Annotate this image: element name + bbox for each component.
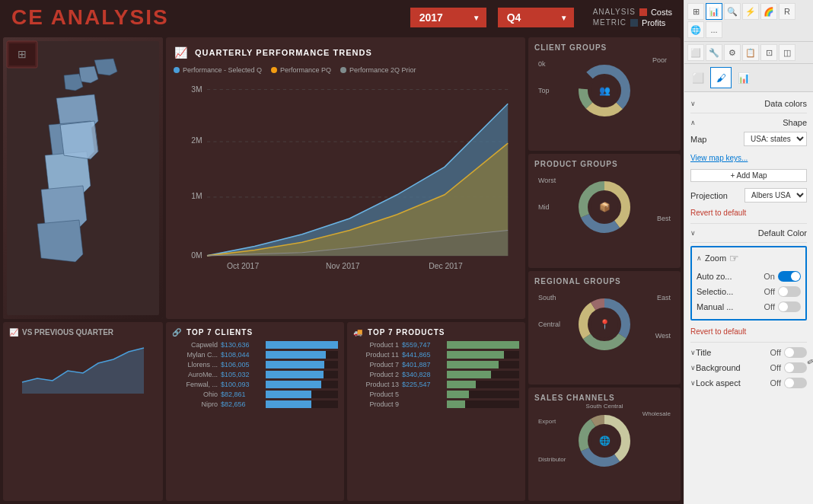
background-row: ∨ Background Off ✏: [690, 360, 807, 375]
product-bar-1: [447, 341, 519, 349]
map-label: Map: [690, 135, 706, 144]
product-bar-fill-7: [447, 400, 465, 408]
year-dropdown-wrapper: 2017 2016 2018: [410, 8, 486, 27]
manual-knob: [779, 302, 788, 311]
toolbar-btn-6[interactable]: R: [779, 3, 795, 20]
tb2-6[interactable]: ◫: [779, 44, 795, 61]
regional-label-west: West: [655, 332, 671, 340]
client-donut-svg: 👥: [574, 60, 635, 121]
client-bar-fill-5: [266, 381, 321, 388]
right-section: CLIENT GROUPS Poor Top 0k 👥: [528, 37, 681, 501]
panel-tabs: ⬜ 🖌 📊: [684, 64, 813, 92]
client-bar-fill-7: [266, 400, 311, 408]
client-name-2: Mylan C...: [172, 351, 218, 359]
selection-toggle[interactable]: [778, 286, 801, 297]
clients-row-6: Ohio $82,861: [172, 391, 338, 398]
tab-fields[interactable]: ⬜: [687, 67, 709, 88]
background-value: Off: [770, 363, 781, 372]
zoom-title: Zoom: [705, 254, 726, 263]
lock-aspect-row: ∨ Lock aspect Off: [690, 375, 807, 391]
clients-row-1: Capweld $130,636: [172, 341, 338, 349]
shape-chevron: ∧: [690, 119, 696, 126]
auto-zoom-toggle[interactable]: [778, 271, 801, 282]
toolbar-btn-5[interactable]: 🌈: [760, 3, 777, 20]
dashboard: CE ANALYSIS 2017 2016 2018 Q4 Q1 Q2 Q3: [0, 0, 684, 504]
data-colors-chevron: ∨: [690, 100, 696, 107]
background-toggle[interactable]: ✏: [784, 362, 807, 373]
sales-label-export: Export: [538, 418, 556, 425]
projection-select[interactable]: Albers USA: [744, 188, 807, 203]
toolbar-btn-8[interactable]: ...: [706, 21, 722, 38]
tab-format[interactable]: 🖌: [710, 67, 732, 88]
auto-zoom-knob: [791, 272, 800, 281]
product-value-4: $340,828: [402, 371, 444, 378]
tb2-4[interactable]: 📋: [742, 44, 759, 61]
page-title: CE ANALYSIS: [11, 5, 169, 30]
title-label: Title: [696, 348, 711, 357]
revert-default-link[interactable]: Revert to default: [690, 207, 807, 219]
tb2-5[interactable]: ⊡: [760, 44, 777, 61]
client-name-4: AuroMe...: [172, 371, 218, 378]
quarter-dropdown[interactable]: Q4 Q1 Q2 Q3: [498, 8, 574, 27]
tab-analytics[interactable]: 📊: [733, 67, 754, 88]
map-row: Map USA: states: [690, 129, 807, 148]
tb2-1[interactable]: ⬜: [687, 44, 704, 61]
divider-3: [690, 242, 807, 243]
svg-text:📦: 📦: [599, 201, 611, 212]
toolbar-btn-4[interactable]: ⚡: [742, 3, 759, 20]
auto-zoom-value: On: [764, 272, 775, 281]
zoom-title-row: ∧ Zoom ☞: [697, 252, 801, 264]
toolbar-btn-3[interactable]: 🔍: [724, 3, 741, 20]
product-name-3: Product 7: [353, 361, 399, 368]
toolbar-btn-7[interactable]: 🌐: [687, 21, 704, 38]
shape-header[interactable]: ∧ Shape: [690, 116, 807, 129]
tb2-2[interactable]: 🔧: [706, 44, 722, 61]
year-dropdown[interactable]: 2017 2016 2018: [410, 8, 486, 27]
top-products-title: 🚚 TOP 7 PRODUCTS: [353, 328, 519, 337]
client-name-6: Ohio: [172, 391, 218, 398]
svg-marker-8: [37, 220, 83, 262]
lock-aspect-toggle[interactable]: [784, 378, 807, 388]
lock-aspect-toggle-group: Off: [770, 378, 807, 388]
add-map-row: + Add Map: [690, 165, 807, 186]
pencil-icon: ✏: [805, 355, 813, 368]
map-select[interactable]: USA: states: [744, 132, 807, 146]
products-row-2: Product 11 $441,865: [353, 351, 519, 359]
sales-channels-title: SALES CHANNELS: [534, 394, 674, 402]
default-color-header[interactable]: ∨ Default Color: [690, 226, 807, 240]
svg-text:1M: 1M: [191, 192, 202, 200]
toolbar-btn-2[interactable]: 📊: [706, 3, 722, 20]
title-value: Off: [770, 348, 781, 357]
title-toggle-group: Off: [770, 347, 807, 358]
vs-section: 📈 VS PREVIOUS QUARTER: [3, 322, 163, 501]
product-value-1: $559,747: [402, 341, 444, 349]
regional-label-south: South: [538, 294, 556, 301]
zoom-chevron: ∧: [697, 254, 702, 262]
sales-channels-donut: Export Wholesale Distributor South Centr…: [534, 407, 674, 475]
add-map-btn[interactable]: + Add Map: [690, 169, 807, 182]
client-value-1: $130,636: [221, 341, 263, 349]
manual-label: Manual ...: [697, 302, 733, 311]
manual-toggle[interactable]: [778, 301, 801, 312]
clients-row-4: AuroMe... $105,032: [172, 371, 338, 378]
product-bar-fill-6: [447, 391, 469, 398]
view-map-keys-link[interactable]: View map keys...: [690, 154, 748, 162]
product-bar-fill-5: [447, 381, 476, 388]
revert-zoom-link[interactable]: Revert to default: [690, 326, 807, 337]
product-name-4: Product 2: [353, 371, 399, 378]
tb2-3[interactable]: ⚙: [724, 44, 741, 61]
title-toggle[interactable]: [784, 347, 807, 358]
analysis-costs: ANALYSIS Costs: [593, 8, 672, 17]
client-bar-fill-4: [266, 371, 324, 378]
quarter-dropdown-wrapper: Q4 Q1 Q2 Q3: [498, 8, 574, 27]
product-value-5: $225,547: [402, 381, 444, 388]
product-value-2: $441,865: [402, 351, 444, 359]
vs-title: 📈 VS PREVIOUS QUARTER: [9, 328, 157, 337]
regional-donut-svg: 📍: [574, 294, 635, 355]
cursor-icon: ☞: [729, 252, 739, 264]
profits-label: Profits: [642, 18, 665, 27]
chart-legend: Performance - Selected Q Performance PQ …: [174, 66, 518, 74]
client-value-5: $100,093: [221, 381, 263, 388]
toolbar-btn-1[interactable]: ⊞: [687, 3, 704, 20]
data-colors-header[interactable]: ∨ Data colors: [690, 97, 807, 110]
